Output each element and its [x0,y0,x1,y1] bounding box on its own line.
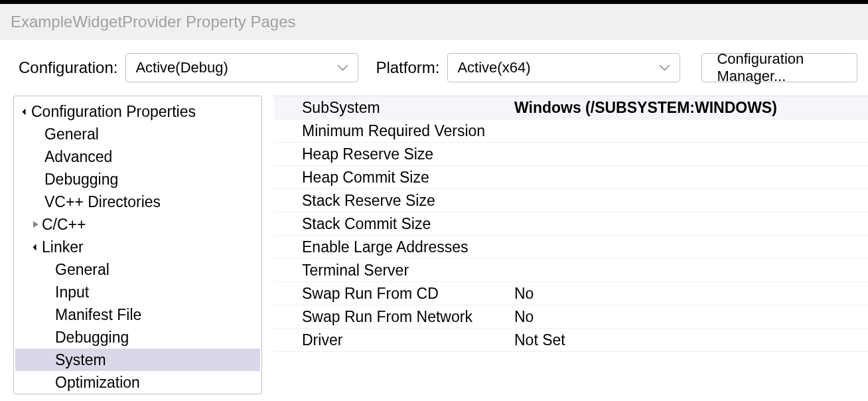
tree-root-configuration-properties[interactable]: Configuration Properties [15,100,260,123]
tree-label: Configuration Properties [31,103,196,121]
config-row: Configuration: Active(Debug) Platform: A… [0,40,868,96]
tree-item-linker-optimization[interactable]: Optimization [15,371,260,394]
grid-row-swap-cd[interactable]: Swap Run From CD No [274,282,868,305]
grid-row-enable-large-addresses[interactable]: Enable Large Addresses [274,236,868,259]
tree-label: Linker [42,238,84,256]
tree-label: Optimization [55,374,140,392]
tree-label: Debugging [44,171,118,189]
configuration-dropdown[interactable]: Active(Debug) [125,53,358,82]
grid-label: Minimum Required Version [274,122,510,140]
grid-label: Heap Reserve Size [274,145,510,163]
window-title: ExampleWidgetProvider Property Pages [11,13,296,31]
main-area: Configuration Properties General Advance… [0,96,868,394]
grid-label: SubSystem [274,99,510,117]
configuration-manager-label: Configuration Manager... [717,50,842,85]
tree-expand-icon [30,245,42,250]
tree-item-general[interactable]: General [15,123,260,145]
grid-label: Swap Run From CD [274,285,510,303]
grid-label: Driver [274,331,510,349]
tree-item-linker-manifest-file[interactable]: Manifest File [15,303,260,326]
tree-label: Debugging [55,329,129,347]
grid-label: Swap Run From Network [274,308,510,326]
property-grid: SubSystem Windows (/SUBSYSTEM:WINDOWS) M… [274,96,868,394]
tree-label: General [44,125,99,143]
grid-row-subsystem[interactable]: SubSystem Windows (/SUBSYSTEM:WINDOWS) [274,96,868,120]
tree-collapse-icon [30,221,42,228]
tree-label: General [55,261,109,279]
tree-label: Advanced [44,148,112,166]
grid-row-min-required-version[interactable]: Minimum Required Version [274,120,868,143]
grid-row-stack-commit[interactable]: Stack Commit Size [274,212,868,236]
window-titlebar: ExampleWidgetProvider Property Pages [0,0,868,40]
tree-label: C/C++ [42,216,86,234]
grid-row-driver[interactable]: Driver Not Set [274,329,868,352]
grid-label: Terminal Server [274,262,510,280]
tree-item-linker-debugging[interactable]: Debugging [15,326,260,349]
grid-value: No [510,285,868,303]
tree-label: Manifest File [55,306,141,324]
tree-item-vcpp-directories[interactable]: VC++ Directories [15,191,260,213]
chevron-down-icon [661,63,670,72]
tree-expand-icon [19,110,31,114]
platform-value: Active(x64) [457,59,530,76]
configuration-manager-button[interactable]: Configuration Manager... [701,53,857,82]
grid-row-heap-reserve[interactable]: Heap Reserve Size [274,143,868,166]
grid-row-stack-reserve[interactable]: Stack Reserve Size [274,189,868,212]
platform-label: Platform: [376,58,439,77]
tree-label: System [55,351,106,369]
configuration-label: Configuration: [19,58,117,77]
tree-item-debugging[interactable]: Debugging [15,168,260,191]
tree-item-linker[interactable]: Linker [15,236,260,258]
grid-value: Not Set [510,331,868,349]
grid-value: No [510,308,868,326]
platform-dropdown[interactable]: Active(x64) [447,53,680,82]
tree-item-linker-system[interactable]: System [15,349,260,371]
grid-label: Enable Large Addresses [274,238,510,256]
grid-label: Heap Commit Size [274,169,510,187]
grid-row-terminal-server[interactable]: Terminal Server [274,259,868,282]
tree-label: VC++ Directories [44,193,161,211]
tree-panel: Configuration Properties General Advance… [13,96,262,394]
grid-label: Stack Commit Size [274,215,510,233]
tree-item-c-cpp[interactable]: C/C++ [15,213,260,236]
tree-item-linker-general[interactable]: General [15,258,260,281]
tree-item-advanced[interactable]: Advanced [15,145,260,168]
grid-label: Stack Reserve Size [274,192,510,210]
grid-value: Windows (/SUBSYSTEM:WINDOWS) [510,99,868,117]
grid-row-heap-commit[interactable]: Heap Commit Size [274,166,868,189]
chevron-down-icon [339,63,348,72]
tree-label: Input [55,283,89,301]
tree-item-linker-input[interactable]: Input [15,281,260,303]
grid-row-swap-network[interactable]: Swap Run From Network No [274,305,868,329]
configuration-value: Active(Debug) [135,59,228,76]
